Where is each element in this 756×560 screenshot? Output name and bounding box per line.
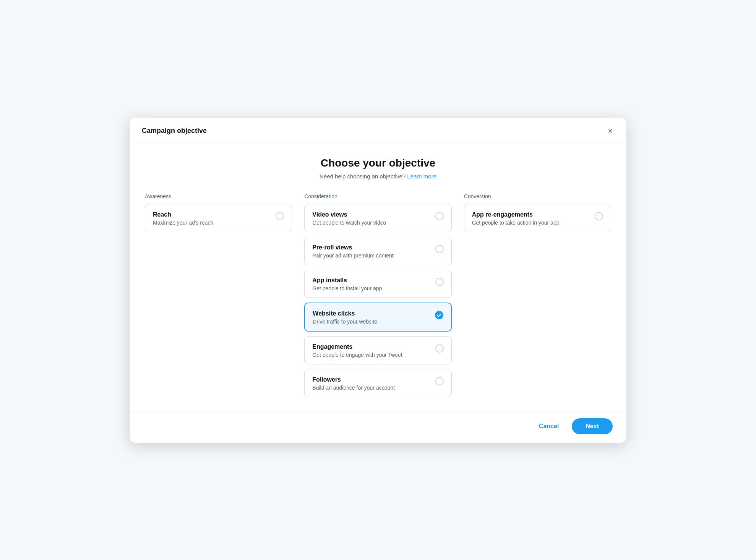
page-title: Choose your objective bbox=[145, 157, 611, 169]
option-desc-preroll-views: Pair your ad with premium content bbox=[312, 252, 430, 259]
consideration-label: Consideration bbox=[304, 193, 451, 199]
campaign-objective-modal: Campaign objective × Choose your objecti… bbox=[130, 118, 626, 443]
modal-footer: Cancel Next bbox=[130, 411, 626, 443]
option-title-followers: Followers bbox=[312, 376, 430, 383]
cancel-button[interactable]: Cancel bbox=[532, 419, 566, 434]
awareness-column: Awareness Reach Maximize your ad's reach bbox=[145, 193, 292, 237]
conversion-label: Conversion bbox=[464, 193, 611, 199]
option-title-reach: Reach bbox=[153, 211, 271, 218]
option-desc-reach: Maximize your ad's reach bbox=[153, 220, 271, 226]
option-desc-app-installs: Get people to install your app bbox=[312, 285, 430, 291]
option-card-app-reengagements[interactable]: App re-engagements Get people to take ac… bbox=[464, 204, 611, 232]
option-card-video-views[interactable]: Video views Get people to watch your vid… bbox=[304, 204, 451, 232]
option-card-engagements[interactable]: Engagements Get people to engage with yo… bbox=[304, 336, 451, 364]
awareness-label: Awareness bbox=[145, 193, 292, 199]
next-button[interactable]: Next bbox=[572, 418, 613, 434]
columns-container: Awareness Reach Maximize your ad's reach… bbox=[145, 193, 611, 402]
option-card-preroll-views[interactable]: Pre-roll views Pair your ad with premium… bbox=[304, 237, 451, 265]
conversion-column: Conversion App re-engagements Get people… bbox=[464, 193, 611, 237]
option-title-website-clicks: Website clicks bbox=[313, 310, 430, 317]
option-card-website-clicks[interactable]: Website clicks Drive traffic to your web… bbox=[304, 303, 451, 332]
consideration-column: Consideration Video views Get people to … bbox=[304, 193, 451, 402]
modal-body: Choose your objective Need help choosing… bbox=[130, 143, 626, 411]
option-desc-followers: Build an audience for your account bbox=[312, 385, 430, 391]
option-title-app-reengagements: App re-engagements bbox=[472, 211, 590, 218]
option-card-followers[interactable]: Followers Build an audience for your acc… bbox=[304, 369, 451, 397]
option-title-video-views: Video views bbox=[312, 211, 430, 218]
radio-engagements bbox=[435, 344, 444, 353]
radio-app-reengagements bbox=[595, 212, 603, 220]
learn-more-link[interactable]: Learn more bbox=[407, 173, 436, 180]
radio-followers bbox=[435, 377, 444, 385]
option-desc-video-views: Get people to watch your video bbox=[312, 220, 430, 226]
option-title-app-installs: App installs bbox=[312, 277, 430, 284]
option-title-preroll-views: Pre-roll views bbox=[312, 244, 430, 251]
radio-video-views bbox=[435, 212, 444, 220]
radio-preroll-views bbox=[435, 245, 444, 253]
option-desc-website-clicks: Drive traffic to your website bbox=[313, 319, 430, 325]
radio-app-installs bbox=[435, 278, 444, 286]
page-heading: Choose your objective Need help choosing… bbox=[145, 157, 611, 180]
option-title-engagements: Engagements bbox=[312, 343, 430, 350]
modal-header: Campaign objective × bbox=[130, 118, 626, 143]
option-desc-app-reengagements: Get people to take action in your app bbox=[472, 220, 590, 226]
modal-title: Campaign objective bbox=[142, 127, 207, 135]
radio-website-clicks bbox=[435, 311, 443, 319]
option-card-app-installs[interactable]: App installs Get people to install your … bbox=[304, 270, 451, 298]
option-desc-engagements: Get people to engage with your Tweet bbox=[312, 352, 430, 358]
close-button[interactable]: × bbox=[606, 125, 614, 137]
option-card-reach[interactable]: Reach Maximize your ad's reach bbox=[145, 204, 292, 232]
help-text: Need help choosing an objective? Learn m… bbox=[145, 173, 611, 180]
radio-reach bbox=[276, 212, 284, 220]
